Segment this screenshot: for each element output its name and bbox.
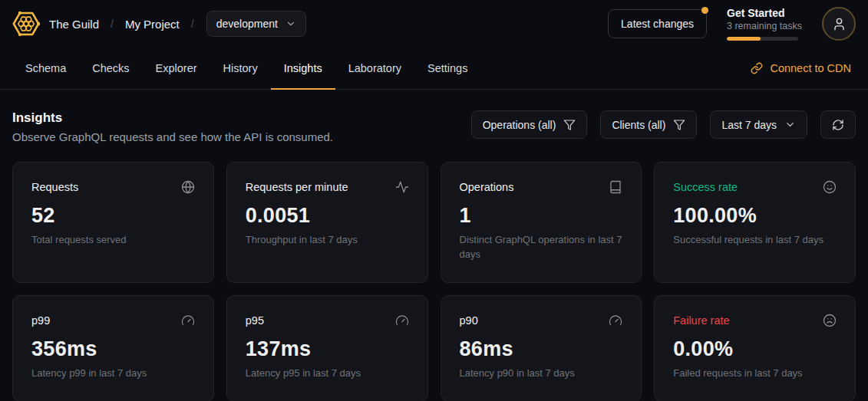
stat-card-header: p99 bbox=[31, 314, 195, 327]
get-started-progress-fill bbox=[727, 37, 761, 41]
tab-checks[interactable]: Checks bbox=[79, 48, 142, 89]
gauge-icon bbox=[395, 314, 409, 327]
user-avatar[interactable] bbox=[822, 7, 856, 41]
stat-card: Requests per minute 0.0051 Throughput in… bbox=[226, 162, 428, 283]
nav-tabs: SchemaChecksExplorerHistoryInsightsLabor… bbox=[12, 48, 480, 89]
stat-card-description: Total requests served bbox=[31, 233, 195, 248]
stat-card-description: Latency p99 in last 7 days bbox=[31, 366, 195, 381]
latest-changes-button[interactable]: Latest changes bbox=[608, 9, 707, 38]
section-header: Insights Observe GraphQL requests and se… bbox=[12, 110, 856, 143]
frown-icon bbox=[823, 314, 837, 327]
clients-filter-button[interactable]: Clients (all) bbox=[600, 110, 697, 139]
stat-card-icon-slot bbox=[181, 180, 195, 194]
activity-icon bbox=[395, 180, 409, 194]
stat-card-header: p95 bbox=[246, 314, 409, 327]
topbar-right: Latest changes Get Started 3 remaining t… bbox=[608, 7, 856, 41]
stat-card: p95 137ms Latency p95 in last 7 days bbox=[226, 295, 428, 401]
target-select-value: development bbox=[216, 18, 278, 30]
stat-card-header: p90 bbox=[460, 314, 623, 327]
stat-card-description: Throughput in last 7 days bbox=[246, 233, 409, 248]
target-select[interactable]: development bbox=[206, 11, 306, 37]
stat-card-label: Requests per minute bbox=[246, 181, 348, 193]
stat-card-header: Success rate bbox=[673, 180, 837, 194]
period-select[interactable]: Last 7 days bbox=[710, 110, 807, 139]
stat-card-value: 1 bbox=[460, 204, 623, 228]
stat-card-description: Latency p95 in last 7 days bbox=[246, 366, 409, 381]
tab-history[interactable]: History bbox=[210, 48, 271, 89]
stat-card-icon-slot bbox=[395, 180, 409, 194]
stat-card-value: 0.0051 bbox=[246, 204, 409, 228]
gauge-icon bbox=[181, 314, 195, 327]
hive-logo-icon[interactable] bbox=[12, 10, 40, 38]
connect-cdn-button[interactable]: Connect to CDN bbox=[746, 48, 856, 89]
stat-card-value: 0.00% bbox=[673, 337, 837, 361]
stat-card-icon-slot bbox=[823, 180, 837, 194]
get-started-widget[interactable]: Get Started 3 remaining tasks bbox=[727, 7, 802, 41]
chevron-down-icon bbox=[285, 18, 296, 29]
breadcrumb: The Guild / My Project / bbox=[49, 18, 194, 31]
stat-card-description: Latency p90 in last 7 days bbox=[460, 366, 623, 381]
chevron-down-icon bbox=[784, 119, 796, 130]
stat-card-icon-slot bbox=[181, 314, 195, 327]
operations-filter-label: Operations (all) bbox=[483, 119, 556, 131]
connect-cdn-label: Connect to CDN bbox=[770, 62, 851, 74]
stat-card-header: Requests bbox=[31, 180, 195, 194]
stat-card-label: p90 bbox=[460, 314, 478, 327]
latest-changes-label: Latest changes bbox=[621, 18, 694, 30]
stat-card-label: p99 bbox=[31, 314, 50, 327]
breadcrumb-project[interactable]: My Project bbox=[125, 18, 180, 31]
stat-card-label: Failure rate bbox=[673, 314, 729, 327]
stat-card-value: 100.00% bbox=[673, 204, 837, 228]
tab-settings[interactable]: Settings bbox=[414, 48, 480, 89]
breadcrumb-org[interactable]: The Guild bbox=[49, 18, 99, 31]
stat-card-value: 356ms bbox=[31, 337, 195, 361]
stat-card-value: 86ms bbox=[460, 337, 623, 361]
stat-card-value: 52 bbox=[31, 204, 195, 228]
stat-card-description: Successful requests in last 7 days bbox=[673, 233, 837, 248]
stat-card-description: Failed requests in last 7 days bbox=[673, 366, 837, 381]
user-icon bbox=[832, 17, 847, 31]
stat-card-value: 137ms bbox=[246, 337, 409, 361]
tab-insights[interactable]: Insights bbox=[271, 48, 335, 89]
stat-card-header: Operations bbox=[460, 180, 623, 194]
title-block: Insights Observe GraphQL requests and se… bbox=[12, 110, 333, 143]
stat-card-description: Distinct GraphQL operations in last 7 da… bbox=[460, 233, 623, 262]
stat-card: Failure rate 0.00% Failed requests in la… bbox=[654, 295, 856, 401]
refresh-icon bbox=[832, 119, 844, 131]
stat-card-icon-slot bbox=[395, 314, 409, 327]
tab-explorer[interactable]: Explorer bbox=[143, 48, 210, 89]
globe-icon bbox=[181, 180, 195, 194]
tab-schema[interactable]: Schema bbox=[12, 48, 79, 89]
stat-card: Requests 52 Total requests served bbox=[12, 162, 214, 283]
funnel-icon bbox=[673, 119, 685, 131]
main-nav: SchemaChecksExplorerHistoryInsightsLabor… bbox=[0, 48, 868, 90]
insights-page: Insights Observe GraphQL requests and se… bbox=[0, 110, 868, 401]
breadcrumb-separator: / bbox=[191, 18, 194, 30]
period-select-value: Last 7 days bbox=[721, 119, 777, 131]
stat-card-label: p95 bbox=[246, 314, 264, 327]
get-started-title: Get Started bbox=[727, 7, 802, 21]
tab-laboratory[interactable]: Laboratory bbox=[335, 48, 414, 89]
stat-card-icon-slot bbox=[823, 314, 837, 327]
top-bar: The Guild / My Project / development Lat… bbox=[0, 0, 868, 48]
book-icon bbox=[609, 180, 622, 194]
page-subtitle: Observe GraphQL requests and see how the… bbox=[12, 130, 333, 143]
stat-card-header: Requests per minute bbox=[246, 180, 409, 194]
page-title: Insights bbox=[12, 110, 333, 126]
stat-card-icon-slot bbox=[609, 314, 622, 327]
stat-card-label: Requests bbox=[31, 181, 78, 193]
stat-card: Operations 1 Distinct GraphQL operations… bbox=[441, 162, 642, 283]
get-started-subtitle: 3 remaining tasks bbox=[727, 20, 802, 32]
stat-card: Success rate 100.00% Successful requests… bbox=[654, 162, 856, 283]
refresh-button[interactable] bbox=[820, 110, 856, 139]
funnel-icon bbox=[563, 119, 576, 131]
stat-card-header: Failure rate bbox=[673, 314, 837, 327]
smile-icon bbox=[823, 180, 837, 194]
stat-card-icon-slot bbox=[609, 180, 622, 194]
stat-card-label: Operations bbox=[460, 181, 514, 193]
operations-filter-button[interactable]: Operations (all) bbox=[471, 110, 588, 139]
link-icon bbox=[751, 62, 763, 74]
notification-dot bbox=[701, 7, 708, 14]
stat-card: p90 86ms Latency p90 in last 7 days bbox=[441, 295, 642, 401]
clients-filter-label: Clients (all) bbox=[612, 119, 665, 131]
